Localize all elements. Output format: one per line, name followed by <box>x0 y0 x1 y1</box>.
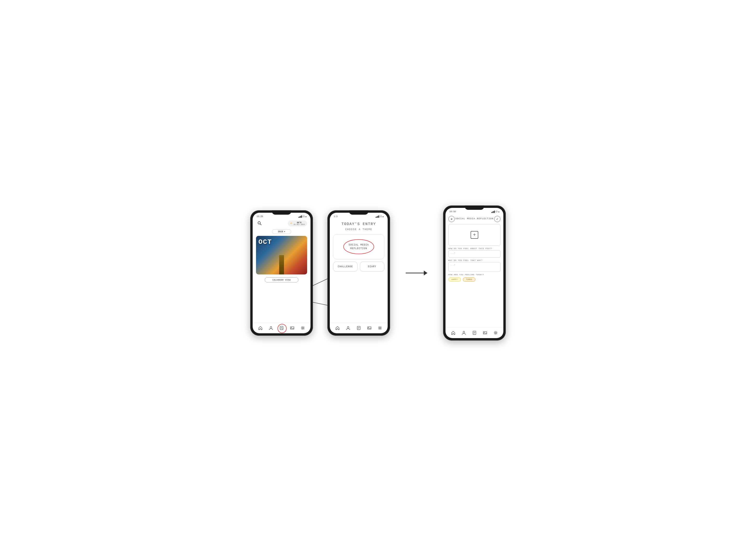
main-scene: 15:25 ⌬ ▬ ⛅ <box>231 191 525 355</box>
month-label: OCT <box>258 238 272 246</box>
home-nav-icon-2[interactable] <box>334 325 341 331</box>
phone3-content: ✕ SOCIAL MEDIA REFLECTION ✓ + HOW DO YOU… <box>445 213 503 327</box>
direction-arrow <box>405 267 429 279</box>
social-media-highlight: SOCIAL MEDIAREFLECTION <box>343 239 374 254</box>
phone1-header: ⛅ 23°C 25.OCT.2019 <box>253 218 311 228</box>
journal-nav-icon[interactable] <box>278 325 285 331</box>
wifi-icon-3: ⌬ <box>496 210 498 213</box>
svg-rect-28 <box>483 332 487 334</box>
wifi-icon-1: ⌬ <box>303 215 305 218</box>
svg-point-12 <box>302 327 303 329</box>
calendar-view-button[interactable]: CALENDAR VIEW <box>265 278 298 283</box>
profile-nav-icon-3[interactable] <box>460 330 467 336</box>
year-value: 2019 <box>278 230 283 233</box>
notch-2 <box>349 210 368 215</box>
svg-rect-10 <box>290 327 294 330</box>
weather-cloud-icon: ⛅ <box>290 222 293 224</box>
svg-point-19 <box>368 327 369 328</box>
svg-point-30 <box>495 332 496 333</box>
dropdown-arrow-icon: ▾ <box>284 230 285 233</box>
phone-1-screen: 15:25 ⌬ ▬ ⛅ <box>253 213 311 333</box>
notch-3 <box>465 205 484 210</box>
time-2: 1:3 <box>334 215 337 218</box>
field-label-3: HOW ARE YOU FEELING TODAY? <box>448 274 500 276</box>
emotion-row: HAPPY TIRED <box>448 278 500 282</box>
svg-point-13 <box>347 327 349 328</box>
svg-line-3 <box>260 224 261 225</box>
social-media-label: SOCIAL MEDIAREFLECTION <box>349 243 369 250</box>
arrow-container <box>405 267 429 279</box>
battery-icon-1: ▬ <box>305 215 307 218</box>
settings-nav-icon[interactable] <box>299 325 306 331</box>
journal-nav-icon-2[interactable] <box>355 325 362 331</box>
phone-2-screen: 1:3 ⌬ ▬ TODAY'S ENTRY CHOOSE A THEME <box>330 213 388 333</box>
profile-nav-icon[interactable] <box>268 325 274 331</box>
phone-3: 15:32 ⌬ ▬ ✕ SOCIAL MEDIA REFLECTIO <box>443 205 506 341</box>
photo-add-box[interactable]: + <box>448 224 500 246</box>
phone3-header: ✕ SOCIAL MEDIA REFLECTION ✓ <box>448 216 500 222</box>
choose-theme-subtitle: CHOOSE A THEME <box>333 228 384 231</box>
settings-nav-icon-2[interactable] <box>377 325 383 331</box>
happy-button[interactable]: HAPPY <box>448 278 461 282</box>
phone-3-screen: 15:32 ⌬ ▬ ✕ SOCIAL MEDIA REFLECTIO <box>445 208 503 338</box>
battery-icon-3: ▬ <box>498 210 499 213</box>
confirm-button[interactable]: ✓ <box>494 216 500 222</box>
svg-rect-5 <box>280 326 283 330</box>
close-button[interactable]: ✕ <box>448 216 455 222</box>
home-nav-icon[interactable] <box>257 325 264 331</box>
media-nav-icon-2[interactable] <box>366 325 373 331</box>
signal-icon-1 <box>298 215 302 218</box>
wifi-icon-2: ⌬ <box>380 215 382 218</box>
phone-2: 1:3 ⌬ ▬ TODAY'S ENTRY CHOOSE A THEME <box>327 210 390 336</box>
signal-icon-2 <box>376 215 379 218</box>
battery-icon-2: ▬ <box>383 215 384 218</box>
home-nav-icon-3[interactable] <box>450 330 457 336</box>
weather-badge: ⛅ 23°C 25.OCT.2019 <box>288 220 307 226</box>
notch-1 <box>272 210 291 215</box>
todays-entry-title: TODAY'S ENTRY <box>333 222 384 226</box>
feel-about-post-field[interactable]: ...? <box>448 250 500 257</box>
svg-marker-22 <box>424 270 427 276</box>
diary-card[interactable]: DIARY <box>360 262 384 271</box>
phone2-content: TODAY'S ENTRY CHOOSE A THEME SOCIAL MEDI… <box>330 218 388 323</box>
svg-point-29 <box>484 332 485 333</box>
theme-card-row: CHALLENGE DIARY <box>333 262 384 274</box>
svg-point-23 <box>463 331 465 333</box>
media-nav-icon-3[interactable] <box>482 330 488 336</box>
status-icons-3: ⌬ ▬ <box>491 210 499 213</box>
svg-point-4 <box>270 327 272 328</box>
status-icons-1: ⌬ ▬ <box>298 215 307 218</box>
temperature: 23°C <box>294 221 305 223</box>
field-label-1: HOW DO YOU FEEL ABOUT THIS POST? <box>448 248 500 249</box>
svg-point-2 <box>258 221 260 224</box>
field-label-2: WHY DO YOU FEEL THAT WAY? <box>448 259 500 261</box>
journal-nav-icon-3[interactable] <box>471 330 478 336</box>
signal-icon-3 <box>491 210 495 213</box>
svg-rect-18 <box>368 327 371 330</box>
year-dropdown[interactable]: 2019 ▾ <box>272 229 291 234</box>
settings-nav-icon-3[interactable] <box>492 330 499 336</box>
bottom-nav-1 <box>253 323 311 333</box>
media-nav-icon[interactable] <box>289 325 296 331</box>
oct-image: OCT <box>256 236 307 275</box>
date: 25.OCT.2019 <box>294 223 305 225</box>
status-icons-2: ⌬ ▬ <box>376 215 384 218</box>
search-icon[interactable] <box>256 220 263 227</box>
svg-point-11 <box>291 327 292 328</box>
add-photo-icon: + <box>471 231 478 239</box>
time-3: 15:32 <box>449 210 456 213</box>
challenge-card[interactable]: CHALLENGE <box>333 262 358 271</box>
tired-button[interactable]: TIRED <box>463 278 475 282</box>
social-media-card[interactable]: SOCIAL MEDIAREFLECTION <box>333 234 384 259</box>
phone-1: 15:25 ⌬ ▬ ⛅ <box>250 210 313 336</box>
svg-line-9 <box>283 329 283 329</box>
pier-decoration <box>279 255 284 275</box>
bottom-nav-2 <box>330 323 388 333</box>
why-feel-field[interactable]: ...? <box>448 262 500 272</box>
time-1: 15:25 <box>257 215 263 218</box>
screen-title-3: SOCIAL MEDIA REFLECTION <box>455 217 494 220</box>
profile-nav-icon-2[interactable] <box>345 325 351 331</box>
bottom-nav-3 <box>445 327 503 338</box>
svg-point-20 <box>379 327 380 329</box>
